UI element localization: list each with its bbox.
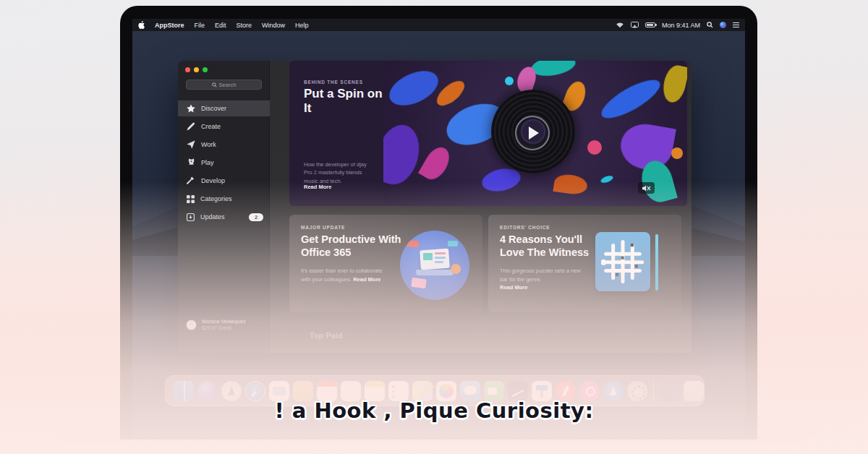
card-eyebrow: MAJOR UPDATE [301, 225, 345, 230]
sidebar-label: Create [201, 123, 221, 130]
window-controls [185, 67, 208, 72]
paint-splash [671, 147, 683, 159]
story-card-witness[interactable]: EDITORS' CHOICE 4 Reasons You'll Love Th… [488, 215, 681, 312]
account-name: Monica Velasquez [202, 318, 246, 325]
sidebar-item-play[interactable]: Play [178, 155, 270, 171]
account-row[interactable]: Monica Velasquez $29.97 Credit [186, 318, 246, 332]
paint-splash [383, 120, 425, 189]
discover-page: BEHIND THE SCENES Put a Spin on It How t… [270, 61, 692, 353]
account-credit: $29.97 Credit [202, 325, 246, 332]
muted-speaker-icon [642, 185, 651, 192]
mute-button[interactable] [638, 182, 655, 194]
sidebar-label: Categories [200, 195, 232, 202]
story-card-office365[interactable]: MAJOR UPDATE Get Productive With Office … [289, 215, 482, 312]
card-description-text: This gorgeous puzzler sets a new bar for… [500, 267, 581, 283]
sidebar-label: Play [201, 159, 214, 166]
card-read-more-link[interactable]: Read More [500, 284, 527, 291]
desktop: AppStore File Edit Store Window Help Mon [132, 19, 745, 437]
sidebar-item-develop[interactable]: Develop [178, 173, 270, 189]
notification-center-icon[interactable] [733, 22, 739, 27]
card-description: This gorgeous puzzler sets a new bar for… [500, 267, 588, 292]
card-description: It's easier than ever to collaborate wit… [301, 267, 389, 283]
hero-text-panel: BEHIND THE SCENES Put a Spin on It How t… [304, 61, 383, 206]
play-button[interactable] [515, 116, 550, 150]
illustration-shape [407, 241, 419, 247]
page: AppStore File Edit Store Window Help Mon [0, 0, 868, 454]
office365-illustration [400, 231, 469, 300]
illustration-shape [435, 252, 446, 254]
illustration-shape [448, 241, 458, 247]
apple-menu-icon[interactable] [138, 21, 145, 29]
sidebar-label: Updates [200, 213, 225, 220]
updates-count-badge: 2 [249, 213, 263, 221]
sidebar-label: Work [201, 141, 216, 148]
star-icon [187, 104, 195, 113]
card-title: Get Productive With Office 365 [301, 233, 409, 259]
close-window-button[interactable] [185, 67, 190, 72]
menu-item-store[interactable]: Store [237, 22, 252, 29]
card-title: 4 Reasons You'll Love The Witness [500, 233, 608, 259]
card-read-more-link[interactable]: Read More [353, 276, 380, 283]
caption-text: ! a Hook , Pique Curiosity: [0, 398, 868, 423]
siri-icon[interactable] [720, 22, 726, 28]
paint-splash [553, 173, 588, 196]
witness-app-icon [595, 232, 650, 291]
sidebar-label: Develop [201, 177, 225, 184]
sidebar-item-create[interactable]: Create [178, 119, 270, 134]
search-placeholder: Search [219, 82, 237, 88]
hero-artwork [383, 61, 687, 206]
illustration-shape [435, 261, 443, 263]
pencil-icon [187, 122, 195, 131]
illustration-shape [416, 270, 454, 275]
minimize-window-button[interactable] [194, 67, 199, 72]
paint-splash [587, 140, 602, 155]
battery-icon[interactable] [645, 22, 655, 27]
menu-item-help[interactable]: Help [295, 22, 309, 29]
play-icon [529, 127, 539, 140]
search-icon [212, 82, 217, 87]
paint-splash [660, 63, 687, 104]
wifi-icon[interactable] [616, 22, 624, 28]
menu-item-window[interactable]: Window [262, 22, 285, 29]
paint-splash [418, 143, 454, 184]
sidebar-label: Discover [201, 105, 226, 112]
paper-plane-icon [187, 140, 195, 149]
rocket-icon [187, 158, 195, 167]
menu-item-file[interactable]: File [195, 22, 205, 29]
illustration-shape [411, 278, 427, 289]
paint-splash [600, 174, 614, 184]
sidebar: Search Discover Create Work [178, 61, 270, 353]
paint-splash [529, 61, 577, 79]
card-eyebrow: EDITORS' CHOICE [500, 225, 550, 230]
sidebar-item-categories[interactable]: Categories [178, 191, 270, 207]
menu-bar: AppStore File Edit Store Window Help Mon [132, 19, 745, 31]
hero-eyebrow: BEHIND THE SCENES [304, 80, 363, 85]
avatar [186, 320, 197, 330]
hero-description: How the developer of djay Pro 2 masterfu… [304, 160, 376, 185]
laptop-screen-bezel: AppStore File Edit Store Window Help Mon [120, 6, 757, 440]
paint-splash [505, 77, 514, 85]
paint-splash [384, 64, 443, 113]
illustration-shape [423, 253, 433, 260]
search-input[interactable]: Search [186, 80, 262, 90]
hero-card[interactable]: BEHIND THE SCENES Put a Spin on It How t… [289, 61, 687, 206]
zoom-window-button[interactable] [203, 67, 208, 72]
hero-title: Put a Spin on It [304, 87, 391, 116]
menu-item-edit[interactable]: Edit [215, 22, 226, 29]
grid-icon [187, 195, 195, 203]
witness-accent-line [655, 234, 658, 291]
paint-splash [597, 73, 665, 125]
section-heading-top-paid: Top Paid [310, 331, 343, 340]
menu-app-name[interactable]: AppStore [155, 22, 184, 29]
hammer-icon [187, 176, 195, 185]
sidebar-item-work[interactable]: Work [178, 137, 270, 153]
airplay-display-icon[interactable] [631, 22, 639, 28]
spotlight-search-icon[interactable] [707, 22, 713, 28]
menu-clock[interactable]: Mon 9:41 AM [662, 22, 700, 29]
download-icon [187, 213, 195, 221]
sidebar-item-updates[interactable]: Updates 2 [178, 209, 270, 225]
illustration-shape [435, 257, 446, 259]
illustration-shape [451, 264, 461, 274]
sidebar-item-discover[interactable]: Discover [178, 100, 270, 116]
hero-read-more-link[interactable]: Read More [304, 184, 331, 190]
